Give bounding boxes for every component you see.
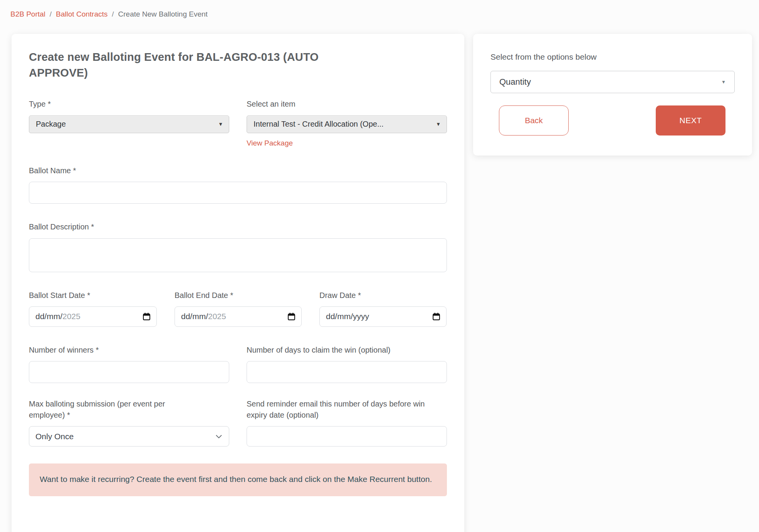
ballot-name-field: Ballot Name * <box>29 165 447 204</box>
breadcrumb: B2B Portal / Ballot Contracts / Create N… <box>0 0 759 18</box>
dropdown-arrow-icon: ▼ <box>218 121 223 127</box>
item-field: Select an item Internal Test - Credit Al… <box>247 99 447 147</box>
start-date-field: Ballot Start Date * dd/mm/2025 <box>29 290 157 327</box>
draw-date-input[interactable]: dd/mm/yyyy <box>319 306 447 327</box>
claim-days-field: Number of days to claim the win (optiona… <box>247 345 447 383</box>
type-field: Type * Package ▼ <box>29 99 229 147</box>
winners-row: Number of winners * Number of days to cl… <box>29 345 447 383</box>
draw-date-field: Draw Date * dd/mm/yyyy <box>319 290 447 327</box>
view-package-link[interactable]: View Package <box>247 139 293 147</box>
reminder-input[interactable] <box>247 426 447 447</box>
options-panel-title: Select from the options below <box>490 52 735 62</box>
options-panel-card: Select from the options below Quantity ▼… <box>473 34 752 156</box>
item-label: Select an item <box>247 99 447 109</box>
start-date-label: Ballot Start Date * <box>29 290 157 301</box>
type-item-row: Type * Package ▼ Select an item Internal… <box>29 99 447 147</box>
recurring-notice: Want to make it recurring? Create the ev… <box>29 463 447 496</box>
ballot-description-input[interactable] <box>29 238 447 272</box>
back-button[interactable]: Back <box>499 105 569 136</box>
max-submission-label: Max balloting submission (per event per … <box>29 398 195 420</box>
end-date-label: Ballot End Date * <box>175 290 302 301</box>
max-submission-select[interactable]: Only Once <box>29 426 229 447</box>
calendar-icon[interactable] <box>143 313 151 321</box>
date-value: dd/mm/2025 <box>181 312 226 321</box>
calendar-icon[interactable] <box>432 313 440 321</box>
dropdown-arrow-icon: ▼ <box>721 79 726 85</box>
next-button[interactable]: NEXT <box>656 105 725 136</box>
claim-days-input[interactable] <box>247 361 447 383</box>
reminder-field: Send reminder email this number of days … <box>247 398 447 447</box>
end-date-field: Ballot End Date * dd/mm/2025 <box>175 290 302 327</box>
end-date-input[interactable]: dd/mm/2025 <box>175 306 302 327</box>
dropdown-arrow-icon: ▼ <box>436 121 441 127</box>
breadcrumb-current-page: Create New Balloting Event <box>118 10 208 18</box>
ballot-description-label: Ballot Description * <box>29 221 447 232</box>
claim-days-label: Number of days to claim the win (optiona… <box>247 345 447 355</box>
options-select-value: Quantity <box>499 77 531 87</box>
breadcrumb-separator: / <box>112 10 114 18</box>
ballot-description-field: Ballot Description * <box>29 221 447 272</box>
options-select[interactable]: Quantity ▼ <box>490 71 735 93</box>
chevron-down-icon <box>216 435 222 438</box>
calendar-icon[interactable] <box>287 313 296 321</box>
type-select[interactable]: Package ▼ <box>29 115 229 133</box>
create-ballot-form-card: Create new Balloting Event for BAL-AGRO-… <box>12 34 464 532</box>
winners-field: Number of winners * <box>29 345 229 383</box>
submission-row: Max balloting submission (per event per … <box>29 398 447 447</box>
page-title: Create new Balloting Event for BAL-AGRO-… <box>29 49 368 81</box>
draw-date-label: Draw Date * <box>319 290 447 301</box>
type-label: Type * <box>29 99 229 109</box>
reminder-label: Send reminder email this number of days … <box>247 398 432 420</box>
breadcrumb-b2b-portal[interactable]: B2B Portal <box>10 10 45 18</box>
breadcrumb-separator: / <box>50 10 52 18</box>
date-value: dd/mm/yyyy <box>326 312 369 321</box>
breadcrumb-ballot-contracts[interactable]: Ballot Contracts <box>56 10 107 18</box>
start-date-input[interactable]: dd/mm/2025 <box>29 306 157 327</box>
item-select[interactable]: Internal Test - Credit Allocation (Ope..… <box>247 115 447 133</box>
winners-input[interactable] <box>29 361 229 383</box>
date-value: dd/mm/2025 <box>35 312 81 321</box>
item-select-value: Internal Test - Credit Allocation (Ope..… <box>254 120 384 129</box>
type-select-value: Package <box>36 120 66 129</box>
panel-actions: Back NEXT <box>490 105 735 136</box>
ballot-name-input[interactable] <box>29 182 447 204</box>
page-layout: Create new Balloting Event for BAL-AGRO-… <box>12 34 759 532</box>
ballot-name-label: Ballot Name * <box>29 165 447 176</box>
dates-row: Ballot Start Date * dd/mm/2025 Ballot En… <box>29 290 447 327</box>
winners-label: Number of winners * <box>29 345 229 355</box>
max-submission-field: Max balloting submission (per event per … <box>29 398 229 447</box>
max-submission-value: Only Once <box>35 432 74 441</box>
